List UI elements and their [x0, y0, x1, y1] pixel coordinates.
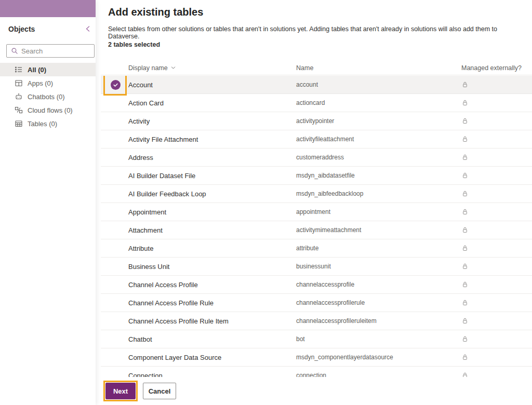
- table-row[interactable]: Address customeraddress: [101, 148, 532, 167]
- table-row[interactable]: Business Unit businessunit: [101, 258, 532, 276]
- row-name: appointment: [296, 208, 461, 215]
- row-display-name: Channel Access Profile Rule Item: [128, 317, 296, 325]
- table-row[interactable]: Component Layer Data Source msdyn_compon…: [101, 348, 532, 367]
- app-root: Objects All (0): [0, 0, 532, 405]
- row-name: msdyn_componentlayerdatasource: [296, 354, 461, 361]
- sidebar-header: Objects: [8, 24, 92, 34]
- table-row[interactable]: Attribute attribute: [101, 239, 532, 258]
- lock-icon: [461, 354, 532, 361]
- lock-icon: [461, 245, 532, 252]
- selected-check-icon[interactable]: [111, 80, 121, 90]
- dialog-description: Select tables from other solutions or ta…: [108, 25, 527, 40]
- selection-count: 2 tables selected: [108, 41, 160, 48]
- bulleted-list-icon: [15, 65, 23, 74]
- row-display-name: Appointment: [128, 208, 296, 216]
- row-display-name: Component Layer Data Source: [128, 354, 296, 361]
- cloud-flow-icon: [15, 106, 23, 114]
- lock-icon: [461, 317, 532, 325]
- row-check-cell[interactable]: [101, 330, 128, 348]
- row-name: channelaccessprofile: [296, 281, 461, 288]
- table-row[interactable]: Activity File Attachment activityfileatt…: [101, 130, 532, 148]
- table-row[interactable]: Connection connection: [101, 367, 532, 377]
- table-row[interactable]: AI Builder Dataset File msdyn_aibdataset…: [101, 167, 532, 185]
- table-row[interactable]: Channel Access Profile Rule Item channel…: [101, 312, 532, 330]
- table-row[interactable]: Account account: [101, 76, 532, 94]
- chevron-down-icon: [170, 65, 176, 71]
- table-row[interactable]: Channel Access Profile Rule channelacces…: [101, 294, 532, 312]
- row-check-cell[interactable]: [101, 294, 128, 312]
- table-row[interactable]: AI Builder Feedback Loop msdyn_aibfeedba…: [101, 185, 532, 203]
- next-button[interactable]: Next: [105, 383, 136, 399]
- row-name: msdyn_aibfeedbackloop: [296, 190, 461, 197]
- table-header: Display name Name Managed externally?: [101, 61, 532, 75]
- row-check-cell[interactable]: [101, 276, 128, 293]
- search-icon: [11, 47, 18, 55]
- table-icon: [15, 119, 23, 128]
- row-check-cell[interactable]: [101, 94, 128, 112]
- row-display-name: Connection: [128, 372, 296, 377]
- sidebar-item-chatbots[interactable]: Chatbots (0): [0, 90, 96, 103]
- cancel-button[interactable]: Cancel: [143, 383, 176, 399]
- row-display-name: Activity File Attachment: [128, 136, 296, 143]
- row-name: msdyn_aibdatasetfile: [296, 172, 461, 179]
- apps-icon: [15, 79, 23, 87]
- sidebar-item-label: Cloud flows (0): [28, 106, 73, 114]
- row-check-cell[interactable]: [101, 312, 128, 330]
- row-check-cell[interactable]: [101, 130, 128, 148]
- row-display-name: Business Unit: [128, 263, 296, 271]
- sidebar-title: Objects: [8, 25, 35, 33]
- lock-icon: [461, 81, 532, 88]
- column-header-managed[interactable]: Managed externally?: [461, 64, 532, 72]
- search-box[interactable]: [6, 44, 95, 58]
- lock-icon: [461, 172, 532, 179]
- collapse-sidebar-button[interactable]: [84, 24, 92, 34]
- row-name: customeraddress: [296, 154, 461, 161]
- lock-icon: [461, 99, 532, 106]
- row-check-cell[interactable]: [101, 112, 128, 130]
- row-name: activitymimeattachment: [296, 226, 461, 234]
- row-check-cell[interactable]: [101, 348, 128, 366]
- lock-icon: [461, 154, 532, 161]
- row-check-cell[interactable]: [101, 221, 128, 239]
- table-row[interactable]: Chatbot bot: [101, 330, 532, 348]
- sidebar-item-tables[interactable]: Tables (0): [0, 117, 96, 130]
- column-header-name[interactable]: Name: [296, 64, 461, 72]
- table-row[interactable]: Action Card actioncard: [101, 94, 532, 112]
- row-name: businessunit: [296, 263, 461, 270]
- row-check-cell[interactable]: [101, 258, 128, 275]
- row-display-name: Channel Access Profile Rule: [128, 299, 296, 307]
- chatbot-icon: [15, 92, 23, 101]
- sidebar-item-all[interactable]: All (0): [0, 63, 96, 76]
- row-name: attribute: [296, 245, 461, 252]
- row-display-name: Account: [128, 81, 296, 89]
- column-header-display-name[interactable]: Display name: [128, 64, 296, 72]
- search-input[interactable]: [21, 47, 78, 55]
- row-check-cell[interactable]: [101, 167, 128, 184]
- row-check-cell[interactable]: [101, 239, 128, 257]
- row-check-cell[interactable]: [101, 367, 128, 377]
- sidebar: Objects All (0): [0, 0, 96, 405]
- table-row[interactable]: Activity activitypointer: [101, 112, 532, 130]
- row-name: actioncard: [296, 99, 461, 106]
- sidebar-item-cloud-flows[interactable]: Cloud flows (0): [0, 103, 96, 117]
- lock-icon: [461, 372, 532, 377]
- row-display-name: Attribute: [128, 245, 296, 252]
- row-name: activitypointer: [296, 117, 461, 125]
- row-name: bot: [296, 335, 461, 343]
- sidebar-item-apps[interactable]: Apps (0): [0, 76, 96, 90]
- add-existing-tables-dialog: Add existing tables Select tables from o…: [96, 0, 532, 405]
- table-row[interactable]: Appointment appointment: [101, 203, 532, 221]
- table-row[interactable]: Channel Access Profile channelaccessprof…: [101, 276, 532, 294]
- row-check-cell[interactable]: [101, 76, 128, 93]
- row-check-cell[interactable]: [101, 148, 128, 166]
- row-check-cell[interactable]: [101, 203, 128, 221]
- lock-icon: [461, 136, 532, 143]
- lock-icon: [461, 117, 532, 125]
- annotation-highlight-next: Next: [103, 381, 138, 401]
- row-display-name: Chatbot: [128, 335, 296, 343]
- table-row[interactable]: Attachment activitymimeattachment: [101, 221, 532, 239]
- row-check-cell[interactable]: [101, 185, 128, 203]
- lock-icon: [461, 299, 532, 306]
- row-name: activityfileattachment: [296, 136, 461, 143]
- row-display-name: Action Card: [128, 99, 296, 107]
